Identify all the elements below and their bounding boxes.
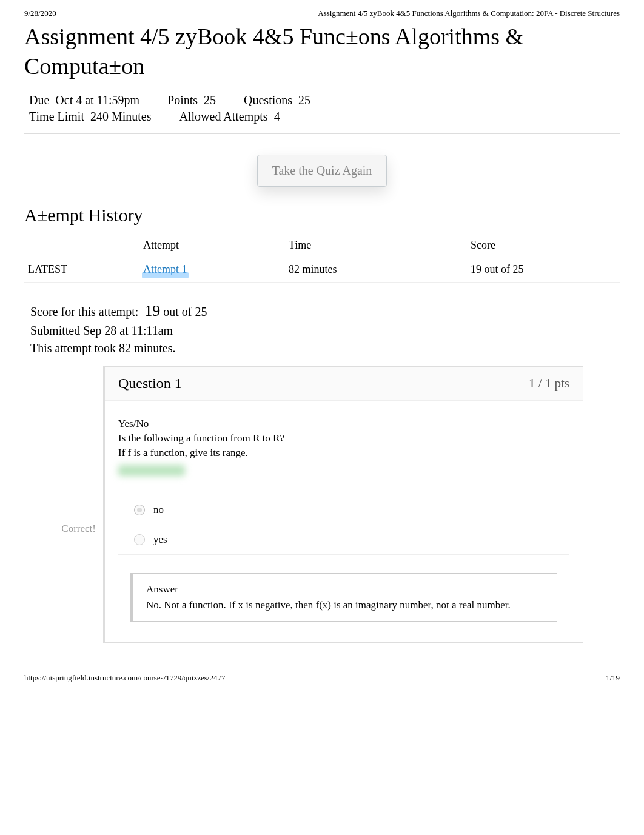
questions-label: Questions bbox=[244, 93, 292, 107]
print-date: 9/28/2020 bbox=[24, 8, 56, 18]
option-row[interactable]: yes bbox=[118, 525, 569, 555]
footer-url: https://uispringfield.instructure.com/co… bbox=[24, 673, 225, 683]
question-text-line: Is the following a function from R to R? bbox=[118, 432, 569, 444]
page-content: Assignment 4/5 zyBook 4&5 Func±ons Algor… bbox=[0, 22, 644, 655]
selection-highlight bbox=[142, 272, 189, 278]
attempt-history-table: Attempt Time Score LATEST Attempt 1 82 m… bbox=[24, 234, 620, 283]
print-doc-title: Assignment 4/5 zyBook 4&5 Functions Algo… bbox=[318, 8, 620, 18]
option-label: no bbox=[153, 504, 164, 516]
score-suffix: out of 25 bbox=[163, 305, 207, 318]
question-card: Question 1 1 / 1 pts Yes/No Is the follo… bbox=[103, 366, 583, 643]
history-row-score: 19 out of 25 bbox=[467, 257, 620, 282]
allowed-label: Allowed Attempts bbox=[179, 110, 268, 124]
answer-text: No. Not a function. If x is negative, th… bbox=[146, 599, 543, 611]
options-list: no yes bbox=[118, 495, 569, 555]
attempt-history-title: A±empt History bbox=[24, 205, 620, 226]
submitted-line: Submitted Sep 28 at 11:11am bbox=[30, 324, 620, 338]
answer-box: Answer No. Not a function. If x is negat… bbox=[130, 573, 557, 622]
table-row: LATEST Attempt 1 82 minutes 19 out of 25 bbox=[24, 257, 620, 282]
timelimit-value: 240 Minutes bbox=[90, 110, 152, 124]
footer-page: 1/19 bbox=[606, 673, 620, 683]
radio-icon bbox=[134, 505, 145, 515]
answer-label: Answer bbox=[146, 583, 543, 595]
assignment-meta: Due Oct 4 at 11:59pm Points 25 Questions… bbox=[24, 86, 620, 134]
radio-icon bbox=[134, 534, 145, 545]
timelimit-label: Time Limit bbox=[29, 110, 84, 124]
questions-value: 25 bbox=[298, 93, 310, 107]
due-value: Oct 4 at 11:59pm bbox=[55, 93, 139, 107]
question-title: Question 1 bbox=[118, 375, 182, 392]
question-points: 1 / 1 pts bbox=[529, 376, 569, 391]
duration-line: This attempt took 82 minutes. bbox=[30, 341, 620, 355]
history-col-time: Time bbox=[285, 234, 467, 257]
allowed-value: 4 bbox=[274, 110, 280, 124]
question-text-line: If f is a function, give its range. bbox=[118, 447, 569, 459]
history-row-time: 82 minutes bbox=[285, 257, 467, 282]
option-label: yes bbox=[153, 534, 167, 546]
score-prefix: Score for this attempt: bbox=[30, 305, 138, 318]
assignment-title: Assignment 4/5 zyBook 4&5 Func±ons Algor… bbox=[24, 22, 620, 82]
print-header: 9/28/2020 Assignment 4/5 zyBook 4&5 Func… bbox=[0, 0, 644, 22]
take-quiz-again-button[interactable]: Take the Quiz Again bbox=[257, 155, 387, 187]
points-label: Points bbox=[167, 93, 198, 107]
blurred-content bbox=[118, 465, 185, 476]
question-body: Yes/No Is the following a function from … bbox=[105, 401, 583, 642]
option-row[interactable]: no bbox=[118, 495, 569, 525]
due-label: Due bbox=[29, 93, 49, 107]
history-col-attempt: Attempt bbox=[139, 234, 285, 257]
score-number: 19 bbox=[144, 302, 160, 320]
print-footer: https://uispringfield.instructure.com/co… bbox=[0, 655, 644, 686]
question-text-line: Yes/No bbox=[118, 418, 569, 430]
history-col-tag bbox=[24, 234, 139, 257]
history-row-tag: LATEST bbox=[24, 257, 139, 282]
attempt-summary: Score for this attempt: 19 out of 25 Sub… bbox=[30, 302, 620, 355]
points-value: 25 bbox=[204, 93, 216, 107]
correct-indicator: Correct! bbox=[24, 366, 96, 649]
history-col-score: Score bbox=[467, 234, 620, 257]
